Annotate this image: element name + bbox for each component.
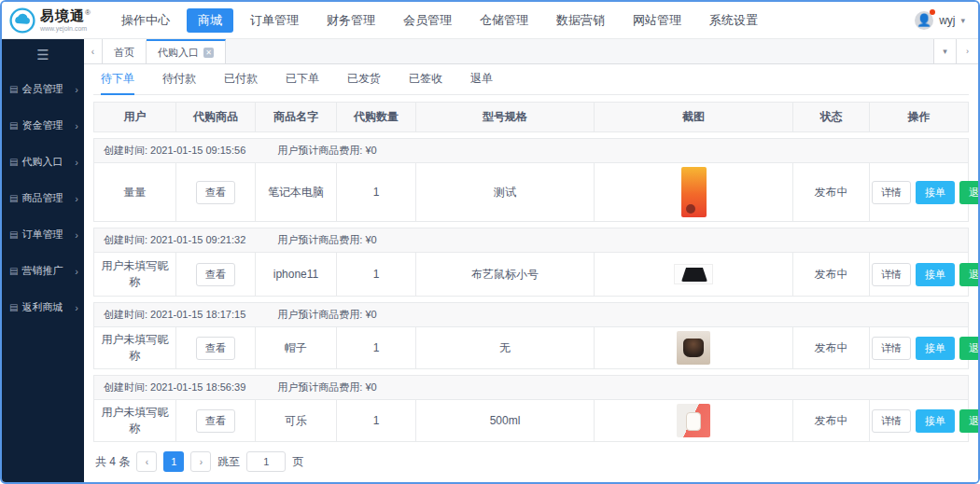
order-group-header: 创建时间: 2021-01-15 09:21:32 用户预计商品费用: ¥0 xyxy=(94,228,968,253)
view-product-button[interactable]: 查看 xyxy=(196,337,235,360)
subtab-pending-order[interactable]: 待下单 xyxy=(101,64,134,95)
top-header: 易境通® www.yejoin.com 操作中心 商城 订单管理 财务管理 会员… xyxy=(2,2,978,39)
nav-item-data-marketing[interactable]: 数据营销 xyxy=(545,8,616,33)
nav-item-finance-management[interactable]: 财务管理 xyxy=(315,8,386,33)
sidebar-item-daigou-entry[interactable]: ▤ 代购入口 › xyxy=(2,144,84,180)
chevron-right-icon: › xyxy=(75,302,78,313)
order-group: 创建时间: 2021-01-15 09:15:56 用户预计商品费用: ¥0 量… xyxy=(93,138,969,222)
view-product-button[interactable]: 查看 xyxy=(196,263,235,286)
view-product-button[interactable]: 查看 xyxy=(196,181,235,204)
screenshot-thumbnail[interactable] xyxy=(674,264,713,284)
sidebar-item-label: 会员管理 xyxy=(21,82,71,96)
refund-order-button[interactable]: 退单 xyxy=(959,263,980,286)
table-row: 用户未填写昵称 查看 可乐 1 500ml 发布中 详情 接单 退单 xyxy=(94,400,968,441)
nav-item-system-settings[interactable]: 系统设置 xyxy=(698,8,769,33)
view-product-button[interactable]: 查看 xyxy=(196,409,235,433)
main-content: ‹ 首页 代购入口 ✕ ▾ › 待下单 待付款 已付款 xyxy=(84,39,978,482)
accept-order-button[interactable]: 接单 xyxy=(916,337,955,360)
jump-page-input[interactable] xyxy=(246,451,286,472)
screenshot-thumbnail[interactable] xyxy=(681,167,707,217)
refund-order-button[interactable]: 退单 xyxy=(959,181,980,204)
cell-product-name: iphone11 xyxy=(255,253,336,296)
nav-item-operations-center[interactable]: 操作中心 xyxy=(110,8,181,33)
sidebar-item-product-management[interactable]: ▤ 商品管理 › xyxy=(2,180,84,216)
tabs-dropdown-button[interactable]: ▾ xyxy=(933,39,956,63)
chevron-right-icon: › xyxy=(200,457,203,467)
page-unit-label: 页 xyxy=(292,454,303,470)
list-icon: ▤ xyxy=(9,229,18,240)
sidebar-item-member-management[interactable]: ▤ 会员管理 › xyxy=(2,71,84,107)
tab-label: 首页 xyxy=(114,46,134,60)
chevron-left-icon: ‹ xyxy=(146,457,148,467)
list-icon: ▤ xyxy=(9,302,18,312)
accept-order-button[interactable]: 接单 xyxy=(916,181,955,204)
order-list-panel: 待下单 待付款 已付款 已下单 已发货 已签收 退单 用户 代购商品 商品名字 … xyxy=(84,64,978,483)
column-daigou-product: 代购商品 xyxy=(175,103,255,131)
column-spec: 型号规格 xyxy=(415,103,594,131)
sidebar-item-label: 代购入口 xyxy=(21,155,71,169)
cell-spec: 测试 xyxy=(415,163,594,221)
order-group-header: 创建时间: 2021-01-15 18:17:15 用户预计商品费用: ¥0 xyxy=(94,303,968,327)
close-icon[interactable]: ✕ xyxy=(203,48,214,58)
refund-order-button[interactable]: 退单 xyxy=(959,409,980,433)
detail-button[interactable]: 详情 xyxy=(872,409,911,433)
subtab-paid[interactable]: 已付款 xyxy=(224,64,258,95)
user-menu[interactable]: 👤 wyj ▾ xyxy=(915,11,969,30)
subtab-pending-payment[interactable]: 待付款 xyxy=(162,64,196,95)
subtab-returned[interactable]: 退单 xyxy=(470,64,493,95)
page-number-button[interactable]: 1 xyxy=(163,451,184,472)
cloud-logo-icon xyxy=(9,7,35,34)
nav-item-warehouse-management[interactable]: 仓储管理 xyxy=(469,8,539,33)
sidebar-item-label: 返利商城 xyxy=(21,300,71,314)
nav-item-member-management[interactable]: 会员管理 xyxy=(392,8,463,33)
prev-page-button[interactable]: ‹ xyxy=(136,451,157,472)
table-row: 用户未填写昵称 查看 帽子 1 无 发布中 详情 接单 退单 xyxy=(94,327,968,368)
refund-order-button[interactable]: 退单 xyxy=(959,337,980,360)
list-icon: ▤ xyxy=(9,157,18,167)
cell-status: 发布中 xyxy=(792,163,869,221)
chevron-right-icon: › xyxy=(75,157,78,168)
accept-order-button[interactable]: 接单 xyxy=(916,409,955,433)
sidebar-collapse-button[interactable]: ☰ xyxy=(2,39,84,71)
sidebar-item-rebate-mall[interactable]: ▤ 返利商城 › xyxy=(2,289,84,325)
accept-order-button[interactable]: 接单 xyxy=(916,263,955,286)
hamburger-icon: ☰ xyxy=(36,47,49,63)
tabs-scroll-right-button[interactable]: › xyxy=(956,39,978,63)
table-row: 量量 查看 笔记本电脑 1 测试 发布中 详情 接单 退单 xyxy=(94,163,968,221)
registered-mark: ® xyxy=(85,8,91,17)
estimated-fee: 用户预计商品费用: ¥0 xyxy=(277,233,376,247)
detail-button[interactable]: 详情 xyxy=(872,181,911,204)
table-header: 用户 代购商品 商品名字 代购数量 型号规格 截图 状态 操作 xyxy=(93,102,969,132)
nav-item-mall[interactable]: 商城 xyxy=(187,8,233,33)
detail-button[interactable]: 详情 xyxy=(872,263,911,286)
tab-home[interactable]: 首页 xyxy=(103,39,147,63)
detail-button[interactable]: 详情 xyxy=(872,337,911,360)
order-group: 创建时间: 2021-01-15 09:21:32 用户预计商品费用: ¥0 用… xyxy=(93,228,969,297)
chevron-right-icon: › xyxy=(75,84,78,95)
subtab-ordered[interactable]: 已下单 xyxy=(286,64,319,95)
sidebar-item-funds-management[interactable]: ▤ 资金管理 › xyxy=(2,107,84,144)
cell-quantity: 1 xyxy=(336,327,415,368)
chevron-left-icon: ‹ xyxy=(91,47,94,57)
nav-item-order-management[interactable]: 订单管理 xyxy=(239,8,310,33)
brand-text: 易境通® www.yejoin.com xyxy=(40,8,91,32)
tab-daigou-entry[interactable]: 代购入口 ✕ xyxy=(147,39,226,63)
cell-quantity: 1 xyxy=(336,253,415,296)
tabs-scroll-left-button[interactable]: ‹ xyxy=(84,39,103,63)
subtab-received[interactable]: 已签收 xyxy=(409,64,442,95)
brand-logo[interactable]: 易境通® www.yejoin.com xyxy=(9,7,110,34)
user-avatar-icon: 👤 xyxy=(915,11,933,30)
list-icon: ▤ xyxy=(9,266,18,276)
list-icon: ▤ xyxy=(9,120,18,131)
next-page-button[interactable]: › xyxy=(190,451,211,472)
screenshot-thumbnail[interactable] xyxy=(677,404,710,437)
total-count: 共 4 条 xyxy=(95,454,130,470)
subtab-shipped[interactable]: 已发货 xyxy=(347,64,381,95)
chevron-right-icon: › xyxy=(966,47,969,56)
sidebar-item-label: 资金管理 xyxy=(21,118,71,132)
sidebar-item-marketing-promotion[interactable]: ▤ 营销推广 › xyxy=(2,253,84,289)
cell-user: 用户未填写昵称 xyxy=(94,327,175,368)
sidebar-item-order-management[interactable]: ▤ 订单管理 › xyxy=(2,216,84,253)
nav-item-website-management[interactable]: 网站管理 xyxy=(622,8,693,33)
screenshot-thumbnail[interactable] xyxy=(677,331,710,365)
